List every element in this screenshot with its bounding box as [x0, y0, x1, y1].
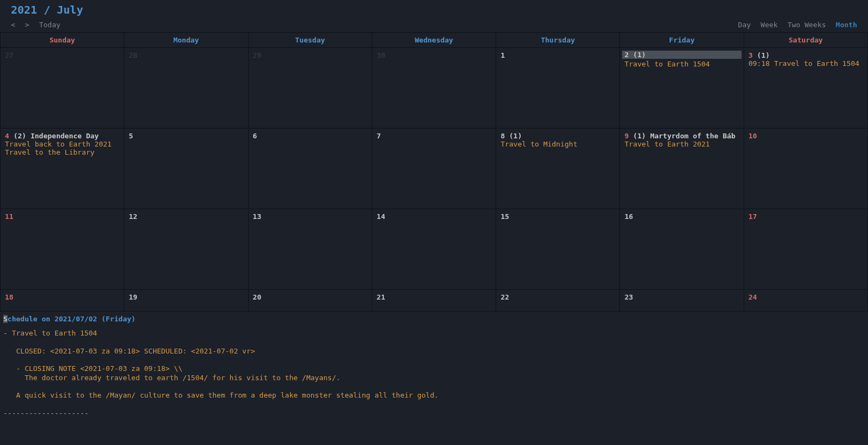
col-wednesday: Wednesday: [372, 33, 496, 48]
day-number: 23: [624, 293, 633, 301]
col-saturday: Saturday: [744, 33, 867, 48]
day-number: 15: [501, 212, 509, 221]
day-cell[interactable]: 1: [496, 48, 620, 129]
event-item[interactable]: Travel back to Earth 2021: [5, 140, 119, 148]
cursor: S: [3, 315, 8, 323]
day-number: 6: [253, 132, 257, 140]
day-cell[interactable]: 20: [248, 290, 372, 312]
day-cell[interactable]: 17: [744, 209, 867, 290]
day-number: 27: [5, 51, 14, 59]
day-number: 10: [749, 132, 757, 140]
day-number: 22: [501, 293, 509, 301]
calendar-grid: Sunday Monday Tuesday Wednesday Thursday…: [0, 32, 868, 312]
event-count: (1): [633, 132, 646, 140]
day-number: 2: [624, 51, 629, 59]
col-sunday: Sunday: [1, 33, 124, 48]
col-thursday: Thursday: [496, 33, 620, 48]
day-number: 20: [253, 293, 262, 301]
nav-bar: < > Today Day Week Two Weeks Month: [0, 19, 868, 32]
detail-title: Schedule on 2021/07/02 (Friday): [3, 315, 136, 323]
day-cell[interactable]: 13: [248, 209, 372, 290]
day-cell[interactable]: 16: [620, 209, 744, 290]
view-week[interactable]: Week: [761, 21, 777, 29]
col-monday: Monday: [124, 33, 248, 48]
day-cell[interactable]: 8 (1) Travel to Midnight: [496, 129, 620, 209]
day-cell[interactable]: 15: [496, 209, 620, 290]
day-cell[interactable]: 22: [496, 290, 620, 312]
day-cell[interactable]: 23: [620, 290, 744, 312]
day-cell[interactable]: 29: [248, 48, 372, 129]
day-cell-selected[interactable]: 2 (1) Travel to Earth 1504: [620, 48, 744, 129]
day-number: 21: [377, 293, 385, 301]
event-count: (1): [633, 51, 646, 59]
day-cell[interactable]: 12: [124, 209, 248, 290]
day-number: 1: [501, 51, 505, 59]
day-cell[interactable]: 9 (1) Martyrdom of the Báb Travel to Ear…: [620, 129, 744, 209]
day-number: 8: [501, 132, 505, 140]
day-number: 4: [5, 132, 9, 140]
view-month[interactable]: Month: [836, 21, 857, 29]
day-number: 14: [377, 212, 385, 221]
event-item[interactable]: 09:18 Travel to Earth 1504: [749, 59, 863, 68]
event-count: (1): [757, 51, 769, 59]
day-number: 19: [129, 293, 137, 301]
page-title: 2021 / July: [11, 3, 83, 16]
day-number: 29: [253, 51, 262, 59]
day-cell[interactable]: 30: [372, 48, 496, 129]
event-count: (1): [509, 132, 522, 140]
today-button[interactable]: Today: [39, 21, 61, 29]
day-cell[interactable]: 27: [1, 48, 124, 129]
event-count: (2): [14, 132, 26, 140]
day-number: 17: [749, 212, 757, 221]
schedule-detail-panel: Schedule on 2021/07/02 (Friday) - Travel…: [0, 312, 868, 421]
day-cell[interactable]: 14: [372, 209, 496, 290]
day-cell[interactable]: 21: [372, 290, 496, 312]
view-day[interactable]: Day: [738, 21, 751, 29]
day-cell[interactable]: 4 (2) Independence Day Travel back to Ea…: [1, 129, 124, 209]
view-two-weeks[interactable]: Two Weeks: [787, 21, 825, 29]
col-tuesday: Tuesday: [248, 33, 372, 48]
day-number: 30: [377, 51, 385, 59]
day-cell[interactable]: 3 (1) 09:18 Travel to Earth 1504: [744, 48, 867, 129]
holiday-label: Martyrdom of the Báb: [650, 132, 736, 140]
day-number: 24: [749, 293, 757, 301]
event-item[interactable]: Travel to Midnight: [501, 140, 615, 148]
day-number: 28: [129, 51, 137, 59]
day-cell[interactable]: 7: [372, 129, 496, 209]
day-cell[interactable]: 6: [248, 129, 372, 209]
day-number: 3: [749, 51, 753, 59]
day-cell[interactable]: 5: [124, 129, 248, 209]
day-number: 11: [5, 212, 14, 221]
day-cell[interactable]: 24: [744, 290, 867, 312]
day-cell[interactable]: 18: [1, 290, 124, 312]
day-cell[interactable]: 19: [124, 290, 248, 312]
day-number: 13: [253, 212, 262, 221]
day-number: 16: [624, 212, 633, 221]
detail-body: - Travel to Earth 1504 CLOSED: <2021-07-…: [3, 329, 865, 418]
col-friday: Friday: [620, 33, 744, 48]
prev-button[interactable]: <: [11, 21, 15, 29]
day-number: 7: [377, 132, 381, 140]
event-item[interactable]: Travel to Earth 1504: [624, 60, 739, 68]
day-number: 5: [129, 132, 133, 140]
day-number: 9: [624, 132, 629, 140]
day-number: 18: [5, 293, 14, 301]
day-number: 12: [129, 212, 137, 221]
next-button[interactable]: >: [25, 21, 29, 29]
event-item[interactable]: Travel to the Library: [5, 148, 119, 156]
day-cell[interactable]: 28: [124, 48, 248, 129]
event-item[interactable]: Travel to Earth 2021: [624, 140, 739, 148]
holiday-label: Independence Day: [31, 132, 99, 140]
day-cell[interactable]: 11: [1, 209, 124, 290]
day-cell[interactable]: 10: [744, 129, 867, 209]
